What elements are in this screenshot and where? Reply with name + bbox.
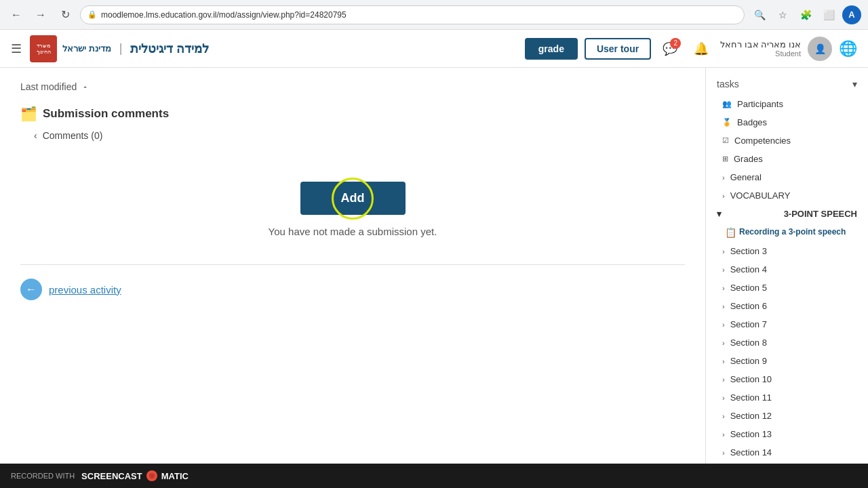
sidebar-tasks-header: tasks ▾ — [706, 73, 868, 95]
bookmark-icon-btn[interactable]: ☆ — [773, 5, 792, 24]
recording-item[interactable]: 📋 Recording a 3-point speech — [706, 223, 868, 242]
section-chevron-icon: › — [722, 430, 725, 439]
sidebar-item-section-3[interactable]: ›Section 3 — [706, 242, 868, 260]
notifications-button[interactable]: 🔔 — [689, 37, 713, 61]
section-label: Section 12 — [730, 411, 772, 421]
search-icon-btn[interactable]: 🔍 — [750, 5, 769, 24]
sidebar-item-section-5[interactable]: ›Section 5 — [706, 279, 868, 297]
add-submission-button[interactable]: Add — [300, 182, 406, 215]
general-chevron-icon: › — [722, 174, 725, 182]
user-role: Student — [720, 49, 801, 58]
grade-button[interactable]: grade — [525, 38, 578, 60]
sidebar-item-section-13[interactable]: ›Section 13 — [706, 425, 868, 443]
section-label: Section 7 — [730, 319, 767, 329]
section-chevron-icon: › — [722, 357, 725, 365]
screencast-logo: SCREENCAST MATIC — [81, 470, 189, 481]
user-avatar[interactable]: 👤 — [808, 37, 832, 61]
recorded-with-text: RECORDED WITH — [11, 472, 75, 480]
sidebar-item-section-6[interactable]: ›Section 6 — [706, 297, 868, 315]
section-chevron-icon: › — [722, 284, 725, 292]
back-button[interactable]: ← — [7, 5, 26, 24]
logo-area: משרד החינוך מדינת ישראל | למידה דיגיטלית — [30, 35, 209, 62]
vocabulary-chevron-icon: › — [722, 192, 725, 200]
grades-icon: ⊞ — [722, 155, 728, 163]
logo-sub-text: משרד החינוך — [30, 43, 57, 55]
section-label: Section 14 — [730, 447, 772, 458]
previous-activity-row: ← previous activity — [20, 264, 685, 300]
section-list: ›Section 3›Section 4›Section 5›Section 6… — [706, 242, 868, 462]
sidebar-item-competencies[interactable]: ☑ Competencies — [706, 131, 868, 150]
header-right: grade User tour 💬 2 🔔 אנו מאריה אבו רחאל… — [525, 37, 857, 61]
section-chevron-icon: › — [722, 449, 725, 457]
chat-button[interactable]: 💬 2 — [658, 37, 682, 61]
url-text: moodlemoe.lms.education.gov.il/mod/assig… — [101, 10, 347, 20]
layout-icon-btn[interactable]: ⬜ — [819, 5, 838, 24]
address-bar[interactable]: 🔒 moodlemoe.lms.education.gov.il/mod/ass… — [80, 5, 745, 24]
user-info: אנו מאריה אבו רחאל Student — [720, 39, 801, 58]
badges-label: Badges — [737, 117, 767, 127]
comment-icon: 🗂️ — [20, 106, 37, 122]
participants-icon: 👥 — [722, 100, 732, 108]
sidebar-item-section-10[interactable]: ›Section 10 — [706, 370, 868, 388]
sidebar-item-grades[interactable]: ⊞ Grades — [706, 150, 868, 168]
logo-text-group: מדינת ישראל — [62, 43, 111, 54]
section-label: Section 3 — [730, 246, 767, 256]
submission-comments-label: Submission comments — [43, 107, 169, 121]
section-label: Section 8 — [730, 338, 767, 348]
3point-label: 3-POINT SPEECH — [784, 209, 857, 219]
sidebar-item-section-4[interactable]: ›Section 4 — [706, 260, 868, 279]
no-submission-text: You have not made a submission yet. — [269, 226, 437, 237]
chevron-left-icon: ‹ — [34, 130, 37, 141]
section-chevron-icon: › — [722, 266, 725, 274]
screencast-inner-dot — [149, 473, 155, 479]
submission-comments-title: 🗂️ Submission comments — [20, 106, 685, 122]
tasks-chevron-icon: ▾ — [852, 79, 857, 89]
sidebar-item-participants[interactable]: 👥 Participants — [706, 95, 868, 113]
participants-label: Participants — [737, 99, 783, 109]
sidebar-item-section-12[interactable]: ›Section 12 — [706, 407, 868, 425]
screencast-matic: MATIC — [161, 471, 189, 481]
previous-activity-button[interactable]: ← — [20, 279, 42, 300]
section-label: Section 11 — [730, 392, 772, 403]
last-modified-label: Last modified — [20, 81, 77, 92]
browser-profile-button[interactable]: A — [842, 5, 861, 24]
main-layout: Last modified - 🗂️ Submission comments ‹… — [0, 68, 868, 464]
sidebar-item-section-8[interactable]: ›Section 8 — [706, 333, 868, 352]
section-chevron-icon: › — [722, 412, 725, 420]
section-label: Section 5 — [730, 283, 767, 293]
extensions-icon-btn[interactable]: 🧩 — [796, 5, 815, 24]
section-chevron-icon: › — [722, 394, 725, 402]
previous-activity-link[interactable]: previous activity — [49, 284, 121, 296]
user-name: אנו מאריה אבו רחאל — [720, 39, 801, 49]
sidebar-item-section-9[interactable]: ›Section 9 — [706, 352, 868, 370]
logo-divider: | — [119, 41, 123, 56]
submission-comments-section: 🗂️ Submission comments ‹ Comments (0) — [20, 106, 685, 141]
language-button[interactable]: 🌐 — [839, 40, 857, 58]
comments-label: Comments (0) — [43, 130, 103, 141]
section-label: Section 13 — [730, 429, 772, 439]
sidebar-item-vocabulary[interactable]: › VOCABULARY — [706, 186, 868, 205]
general-label: General — [730, 172, 762, 182]
sidebar-item-badges[interactable]: 🏅 Badges — [706, 113, 868, 131]
section-chevron-icon: › — [722, 339, 725, 347]
sidebar-item-section-14[interactable]: ›Section 14 — [706, 443, 868, 462]
competencies-icon: ☑ — [722, 136, 729, 145]
screencast-name: SCREENCAST — [81, 471, 142, 481]
user-tour-button[interactable]: User tour — [585, 38, 651, 60]
sidebar-item-section-11[interactable]: ›Section 11 — [706, 388, 868, 407]
browser-bar: ← → ↻ 🔒 moodlemoe.lms.education.gov.il/m… — [0, 0, 868, 30]
grades-label: Grades — [734, 154, 763, 164]
3point-collapse-icon: ▾ — [717, 209, 722, 219]
last-modified-value: - — [83, 81, 87, 92]
section-label: Section 10 — [730, 374, 772, 384]
hamburger-menu[interactable]: ☰ — [11, 41, 22, 56]
forward-button[interactable]: → — [31, 5, 50, 24]
sidebar-section-3point[interactable]: ▾ 3-POINT SPEECH — [706, 205, 868, 223]
site-name: למידה דיגיטלית — [130, 41, 209, 56]
sidebar-item-section-7[interactable]: ›Section 7 — [706, 315, 868, 333]
tasks-label: tasks — [717, 79, 739, 89]
comments-row[interactable]: ‹ Comments (0) — [20, 130, 685, 141]
sidebar-item-general[interactable]: › General — [706, 168, 868, 186]
refresh-button[interactable]: ↻ — [56, 5, 75, 24]
section-label: Section 4 — [730, 264, 767, 274]
